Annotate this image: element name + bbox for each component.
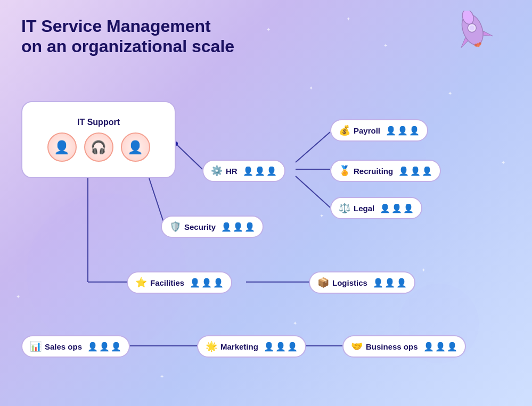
marketing-node: 🌟 Marketing 👤 👤 👤 <box>197 335 306 358</box>
business-ops-node: 🤝 Business ops 👤 👤 👤 <box>342 335 466 358</box>
marketing-icon: 🌟 <box>206 341 217 352</box>
security-persons: 👤 👤 👤 <box>221 222 255 232</box>
payroll-persons: 👤 👤 👤 <box>386 126 420 136</box>
recruiting-persons: 👤 👤 👤 <box>398 166 432 176</box>
hr-icon: ⚙️ <box>211 165 223 177</box>
it-support-icons: 👤 🎧 👤 <box>47 132 150 162</box>
business-icon: 🤝 <box>351 341 363 352</box>
security-icon: 🛡️ <box>169 221 181 233</box>
title-area: IT Service Management on an organization… <box>21 16 234 57</box>
facilities-persons: 👤 👤 👤 <box>190 278 224 288</box>
logistics-icon: 📦 <box>317 277 329 288</box>
rocket-decoration <box>447 11 500 53</box>
logistics-node: 📦 Logistics 👤 👤 👤 <box>309 271 415 294</box>
business-persons: 👤 👤 👤 <box>423 342 457 352</box>
svg-line-11 <box>296 132 330 162</box>
person-icon-1: 👤 <box>47 132 77 162</box>
headset-icon: 🎧 <box>84 132 113 162</box>
hr-persons: 👤 👤 👤 <box>243 166 277 176</box>
recruiting-icon: 🏅 <box>339 165 350 177</box>
recruiting-node: 🏅 Recruiting 👤 👤 👤 <box>330 160 441 182</box>
sales-ops-node: 📊 Sales ops 👤 👤 👤 <box>21 335 130 358</box>
marketing-persons: 👤 👤 👤 <box>264 342 298 352</box>
it-support-node: IT Support 👤 🎧 👤 <box>21 101 176 178</box>
it-support-label: IT Support <box>77 118 120 127</box>
person-icon-2: 👤 <box>121 132 150 162</box>
facilities-icon: ⭐ <box>135 277 147 288</box>
facilities-node: ⭐ Facilities 👤 👤 👤 <box>127 271 232 294</box>
legal-persons: 👤 👤 👤 <box>380 203 414 213</box>
svg-line-7 <box>176 144 202 169</box>
hr-node: ⚙️ HR 👤 👤 👤 <box>202 160 285 182</box>
page-title: IT Service Management on an organization… <box>21 16 234 57</box>
legal-icon: ⚖️ <box>339 202 350 214</box>
sales-icon: 📊 <box>30 341 42 352</box>
logistics-persons: 👤 👤 👤 <box>373 278 407 288</box>
payroll-icon: 💰 <box>339 125 350 136</box>
sales-persons: 👤 👤 👤 <box>87 342 121 352</box>
payroll-node: 💰 Payroll 👤 👤 👤 <box>330 119 428 142</box>
legal-node: ⚖️ Legal 👤 👤 👤 <box>330 197 422 219</box>
security-node: 🛡️ Security 👤 👤 👤 <box>161 216 264 238</box>
svg-line-13 <box>296 176 330 208</box>
